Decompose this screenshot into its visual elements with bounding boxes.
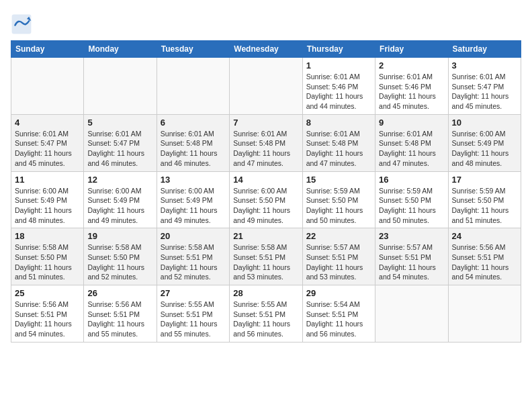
- day-number: 20: [161, 231, 226, 241]
- day-info: Sunrise: 5:57 AM Sunset: 5:51 PM Dayligh…: [379, 242, 444, 282]
- day-info: Sunrise: 5:56 AM Sunset: 5:51 PM Dayligh…: [87, 300, 152, 339]
- day-number: 22: [306, 231, 371, 241]
- day-number: 3: [452, 60, 517, 71]
- week-row-4: 18Sunrise: 5:58 AM Sunset: 5:50 PM Dayli…: [11, 228, 521, 285]
- day-info: Sunrise: 6:01 AM Sunset: 5:48 PM Dayligh…: [379, 129, 444, 169]
- day-info: Sunrise: 6:00 AM Sunset: 5:49 PM Dayligh…: [161, 186, 226, 226]
- day-info: Sunrise: 5:59 AM Sunset: 5:50 PM Dayligh…: [452, 186, 517, 226]
- calendar-cell: 17Sunrise: 5:59 AM Sunset: 5:50 PM Dayli…: [448, 171, 521, 228]
- day-number: 23: [379, 231, 444, 241]
- calendar-cell: 15Sunrise: 5:59 AM Sunset: 5:50 PM Dayli…: [302, 171, 375, 228]
- day-info: Sunrise: 5:59 AM Sunset: 5:50 PM Dayligh…: [306, 186, 371, 226]
- day-number: 12: [87, 175, 152, 185]
- day-number: 4: [15, 118, 80, 128]
- calendar-cell: 24Sunrise: 5:56 AM Sunset: 5:51 PM Dayli…: [448, 228, 521, 285]
- col-header-monday: Monday: [84, 41, 157, 58]
- day-info: Sunrise: 5:55 AM Sunset: 5:51 PM Dayligh…: [233, 300, 298, 339]
- calendar-cell: 20Sunrise: 5:58 AM Sunset: 5:51 PM Dayli…: [157, 228, 229, 285]
- day-info: Sunrise: 5:57 AM Sunset: 5:51 PM Dayligh…: [306, 242, 371, 282]
- day-info: Sunrise: 5:58 AM Sunset: 5:51 PM Dayligh…: [233, 242, 298, 282]
- day-info: Sunrise: 6:01 AM Sunset: 5:46 PM Dayligh…: [379, 72, 444, 111]
- day-info: Sunrise: 6:01 AM Sunset: 5:47 PM Dayligh…: [452, 72, 517, 111]
- col-header-sunday: Sunday: [11, 41, 84, 58]
- calendar-cell: 9Sunrise: 6:01 AM Sunset: 5:48 PM Daylig…: [375, 114, 448, 171]
- day-number: 9: [379, 118, 444, 128]
- calendar-header-row: SundayMondayTuesdayWednesdayThursdayFrid…: [11, 41, 521, 58]
- day-info: Sunrise: 5:56 AM Sunset: 5:51 PM Dayligh…: [15, 300, 80, 339]
- calendar-cell: [84, 58, 157, 115]
- week-row-3: 11Sunrise: 6:00 AM Sunset: 5:49 PM Dayli…: [11, 171, 521, 228]
- day-number: 1: [306, 60, 371, 71]
- day-info: Sunrise: 5:56 AM Sunset: 5:51 PM Dayligh…: [452, 242, 517, 282]
- calendar-cell: 1Sunrise: 6:01 AM Sunset: 5:46 PM Daylig…: [302, 58, 375, 115]
- page-header: [11, 11, 521, 35]
- day-info: Sunrise: 5:54 AM Sunset: 5:51 PM Dayligh…: [306, 300, 371, 339]
- calendar-cell: [375, 285, 448, 342]
- calendar-cell: 2Sunrise: 6:01 AM Sunset: 5:46 PM Daylig…: [375, 58, 448, 115]
- day-number: 17: [452, 175, 517, 185]
- day-number: 6: [161, 118, 226, 128]
- calendar-cell: [157, 58, 229, 115]
- day-number: 5: [87, 118, 152, 128]
- calendar-cell: 3Sunrise: 6:01 AM Sunset: 5:47 PM Daylig…: [448, 58, 521, 115]
- day-number: 27: [161, 288, 226, 298]
- day-info: Sunrise: 5:58 AM Sunset: 5:51 PM Dayligh…: [161, 242, 226, 282]
- col-header-saturday: Saturday: [448, 41, 521, 58]
- week-row-1: 1Sunrise: 6:01 AM Sunset: 5:46 PM Daylig…: [11, 58, 521, 115]
- day-number: 13: [161, 175, 226, 185]
- calendar-cell: 22Sunrise: 5:57 AM Sunset: 5:51 PM Dayli…: [302, 228, 375, 285]
- calendar-cell: 7Sunrise: 6:01 AM Sunset: 5:48 PM Daylig…: [230, 114, 302, 171]
- day-number: 19: [87, 231, 152, 241]
- day-info: Sunrise: 6:01 AM Sunset: 5:47 PM Dayligh…: [15, 129, 80, 169]
- day-number: 28: [233, 288, 298, 298]
- day-info: Sunrise: 6:01 AM Sunset: 5:46 PM Dayligh…: [306, 72, 371, 111]
- day-info: Sunrise: 6:00 AM Sunset: 5:50 PM Dayligh…: [233, 186, 298, 226]
- calendar-cell: 29Sunrise: 5:54 AM Sunset: 5:51 PM Dayli…: [302, 285, 375, 342]
- calendar-cell: [230, 58, 302, 115]
- calendar-cell: 26Sunrise: 5:56 AM Sunset: 5:51 PM Dayli…: [84, 285, 157, 342]
- calendar-cell: [448, 285, 521, 342]
- logo-icon: [11, 13, 32, 35]
- calendar-cell: 10Sunrise: 6:00 AM Sunset: 5:49 PM Dayli…: [448, 114, 521, 171]
- calendar-cell: 16Sunrise: 5:59 AM Sunset: 5:50 PM Dayli…: [375, 171, 448, 228]
- calendar-cell: 12Sunrise: 6:00 AM Sunset: 5:49 PM Dayli…: [84, 171, 157, 228]
- day-number: 24: [452, 231, 517, 241]
- calendar-cell: [11, 58, 84, 115]
- day-number: 10: [452, 118, 517, 128]
- week-row-5: 25Sunrise: 5:56 AM Sunset: 5:51 PM Dayli…: [11, 285, 521, 342]
- calendar-cell: 14Sunrise: 6:00 AM Sunset: 5:50 PM Dayli…: [230, 171, 302, 228]
- day-info: Sunrise: 5:59 AM Sunset: 5:50 PM Dayligh…: [379, 186, 444, 226]
- day-number: 16: [379, 175, 444, 185]
- day-number: 26: [87, 288, 152, 298]
- calendar-table: SundayMondayTuesdayWednesdayThursdayFrid…: [11, 40, 521, 342]
- col-header-tuesday: Tuesday: [157, 41, 229, 58]
- calendar-cell: 13Sunrise: 6:00 AM Sunset: 5:49 PM Dayli…: [157, 171, 229, 228]
- day-info: Sunrise: 5:58 AM Sunset: 5:50 PM Dayligh…: [15, 242, 80, 282]
- day-number: 7: [233, 118, 298, 128]
- col-header-thursday: Thursday: [302, 41, 375, 58]
- calendar-cell: 5Sunrise: 6:01 AM Sunset: 5:47 PM Daylig…: [84, 114, 157, 171]
- day-number: 11: [15, 175, 80, 185]
- calendar-cell: 19Sunrise: 5:58 AM Sunset: 5:50 PM Dayli…: [84, 228, 157, 285]
- day-number: 14: [233, 175, 298, 185]
- col-header-friday: Friday: [375, 41, 448, 58]
- calendar-cell: 23Sunrise: 5:57 AM Sunset: 5:51 PM Dayli…: [375, 228, 448, 285]
- calendar-cell: 27Sunrise: 5:55 AM Sunset: 5:51 PM Dayli…: [157, 285, 229, 342]
- col-header-wednesday: Wednesday: [230, 41, 302, 58]
- day-info: Sunrise: 5:55 AM Sunset: 5:51 PM Dayligh…: [161, 300, 226, 339]
- day-info: Sunrise: 6:01 AM Sunset: 5:47 PM Dayligh…: [87, 129, 152, 169]
- calendar-cell: 11Sunrise: 6:00 AM Sunset: 5:49 PM Dayli…: [11, 171, 84, 228]
- day-number: 18: [15, 231, 80, 241]
- day-info: Sunrise: 6:00 AM Sunset: 5:49 PM Dayligh…: [452, 129, 517, 169]
- day-number: 25: [15, 288, 80, 298]
- calendar-cell: 21Sunrise: 5:58 AM Sunset: 5:51 PM Dayli…: [230, 228, 302, 285]
- logo: [11, 13, 35, 35]
- calendar-cell: 6Sunrise: 6:01 AM Sunset: 5:48 PM Daylig…: [157, 114, 229, 171]
- day-number: 29: [306, 288, 371, 298]
- day-info: Sunrise: 6:01 AM Sunset: 5:48 PM Dayligh…: [161, 129, 226, 169]
- calendar-cell: 25Sunrise: 5:56 AM Sunset: 5:51 PM Dayli…: [11, 285, 84, 342]
- day-info: Sunrise: 6:01 AM Sunset: 5:48 PM Dayligh…: [306, 129, 371, 169]
- day-info: Sunrise: 6:01 AM Sunset: 5:48 PM Dayligh…: [233, 129, 298, 169]
- day-info: Sunrise: 5:58 AM Sunset: 5:50 PM Dayligh…: [87, 242, 152, 282]
- calendar-cell: 18Sunrise: 5:58 AM Sunset: 5:50 PM Dayli…: [11, 228, 84, 285]
